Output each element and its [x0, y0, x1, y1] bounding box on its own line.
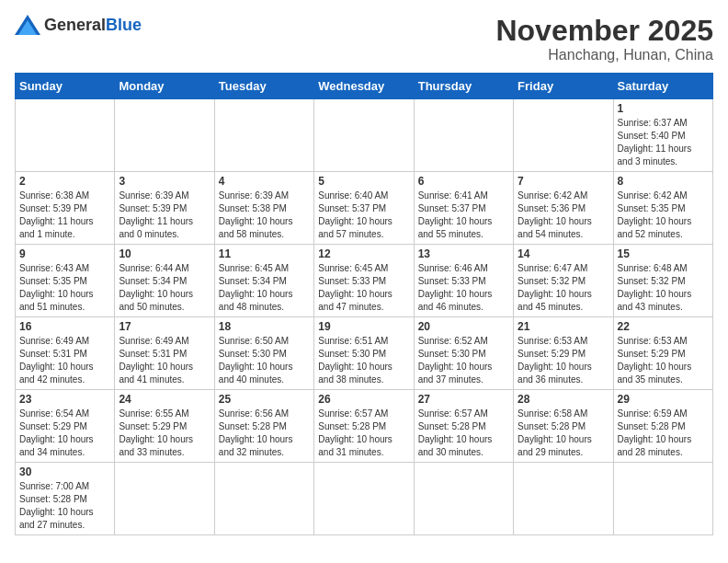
- day-info: Sunrise: 6:50 AM Sunset: 5:30 PM Dayligh…: [219, 335, 310, 386]
- day-number: 4: [219, 175, 310, 188]
- calendar-cell: 15Sunrise: 6:48 AM Sunset: 5:32 PM Dayli…: [613, 245, 712, 317]
- location-title: Hanchang, Hunan, China: [495, 47, 713, 63]
- day-info: Sunrise: 6:54 AM Sunset: 5:29 PM Dayligh…: [19, 408, 110, 459]
- day-number: 10: [119, 247, 210, 260]
- logo-general: General: [44, 16, 106, 34]
- day-number: 12: [318, 247, 409, 260]
- header: GeneralBlue November 2025 Hanchang, Huna…: [15, 15, 713, 63]
- logo-blue: Blue: [106, 16, 142, 34]
- day-info: Sunrise: 6:48 AM Sunset: 5:32 PM Dayligh…: [618, 262, 709, 314]
- week-row-5: 23Sunrise: 6:54 AM Sunset: 5:29 PM Dayli…: [16, 390, 713, 463]
- day-header-friday: Friday: [514, 74, 613, 99]
- day-info: Sunrise: 6:55 AM Sunset: 5:29 PM Dayligh…: [119, 408, 210, 459]
- day-info: Sunrise: 6:57 AM Sunset: 5:28 PM Dayligh…: [418, 408, 509, 459]
- day-number: 20: [418, 320, 509, 333]
- title-area: November 2025 Hanchang, Hunan, China: [495, 15, 713, 63]
- calendar-cell: 9Sunrise: 6:43 AM Sunset: 5:35 PM Daylig…: [16, 245, 115, 317]
- day-info: Sunrise: 6:45 AM Sunset: 5:33 PM Dayligh…: [318, 262, 409, 314]
- day-number: 8: [618, 175, 709, 188]
- day-info: Sunrise: 6:49 AM Sunset: 5:31 PM Dayligh…: [19, 335, 110, 386]
- day-info: Sunrise: 6:43 AM Sunset: 5:35 PM Dayligh…: [19, 262, 110, 314]
- day-info: Sunrise: 6:38 AM Sunset: 5:39 PM Dayligh…: [19, 190, 110, 241]
- day-number: 24: [119, 393, 210, 406]
- day-info: Sunrise: 7:00 AM Sunset: 5:28 PM Dayligh…: [19, 480, 110, 532]
- day-info: Sunrise: 6:45 AM Sunset: 5:34 PM Dayligh…: [219, 262, 310, 314]
- week-row-2: 2Sunrise: 6:38 AM Sunset: 5:39 PM Daylig…: [16, 172, 713, 245]
- calendar-cell: 27Sunrise: 6:57 AM Sunset: 5:28 PM Dayli…: [414, 390, 513, 463]
- day-number: 16: [19, 320, 110, 333]
- day-number: 9: [19, 247, 110, 260]
- day-header-monday: Monday: [115, 74, 214, 99]
- calendar-cell: 19Sunrise: 6:51 AM Sunset: 5:30 PM Dayli…: [314, 317, 414, 390]
- day-number: 5: [318, 175, 409, 188]
- day-number: 23: [19, 393, 110, 406]
- calendar-cell: [414, 463, 513, 535]
- day-header-wednesday: Wednesday: [314, 74, 414, 99]
- day-info: Sunrise: 6:56 AM Sunset: 5:28 PM Dayligh…: [219, 408, 310, 459]
- calendar-cell: 13Sunrise: 6:46 AM Sunset: 5:33 PM Dayli…: [414, 245, 513, 317]
- calendar-cell: [214, 99, 313, 172]
- day-info: Sunrise: 6:41 AM Sunset: 5:37 PM Dayligh…: [418, 190, 509, 241]
- calendar-cell: 24Sunrise: 6:55 AM Sunset: 5:29 PM Dayli…: [115, 390, 214, 463]
- calendar-cell: 7Sunrise: 6:42 AM Sunset: 5:36 PM Daylig…: [514, 172, 613, 245]
- day-info: Sunrise: 6:40 AM Sunset: 5:37 PM Dayligh…: [318, 190, 409, 241]
- day-info: Sunrise: 6:47 AM Sunset: 5:32 PM Dayligh…: [518, 262, 609, 314]
- day-info: Sunrise: 6:46 AM Sunset: 5:33 PM Dayligh…: [418, 262, 509, 314]
- day-header-sunday: Sunday: [16, 74, 115, 99]
- day-number: 30: [19, 465, 110, 478]
- day-number: 18: [219, 320, 310, 333]
- day-number: 15: [618, 247, 709, 260]
- week-row-6: 30Sunrise: 7:00 AM Sunset: 5:28 PM Dayli…: [16, 463, 713, 535]
- day-number: 1: [618, 102, 709, 115]
- calendar-cell: 16Sunrise: 6:49 AM Sunset: 5:31 PM Dayli…: [16, 317, 115, 390]
- calendar-cell: [115, 463, 214, 535]
- week-row-3: 9Sunrise: 6:43 AM Sunset: 5:35 PM Daylig…: [16, 245, 713, 317]
- calendar-cell: 6Sunrise: 6:41 AM Sunset: 5:37 PM Daylig…: [414, 172, 513, 245]
- calendar-cell: 12Sunrise: 6:45 AM Sunset: 5:33 PM Dayli…: [314, 245, 414, 317]
- day-info: Sunrise: 6:37 AM Sunset: 5:40 PM Dayligh…: [618, 117, 709, 168]
- calendar-cell: 5Sunrise: 6:40 AM Sunset: 5:37 PM Daylig…: [314, 172, 414, 245]
- day-number: 11: [219, 247, 310, 260]
- month-title: November 2025: [495, 15, 713, 47]
- day-number: 7: [518, 175, 609, 188]
- calendar-cell: 4Sunrise: 6:39 AM Sunset: 5:38 PM Daylig…: [214, 172, 313, 245]
- day-info: Sunrise: 6:58 AM Sunset: 5:28 PM Dayligh…: [518, 408, 609, 459]
- day-number: 2: [19, 175, 110, 188]
- day-info: Sunrise: 6:59 AM Sunset: 5:28 PM Dayligh…: [618, 408, 709, 459]
- logo-icon: [15, 15, 40, 35]
- calendar-cell: [613, 463, 712, 535]
- day-number: 22: [618, 320, 709, 333]
- calendar-cell: 14Sunrise: 6:47 AM Sunset: 5:32 PM Dayli…: [514, 245, 613, 317]
- day-number: 14: [518, 247, 609, 260]
- day-number: 3: [119, 175, 210, 188]
- day-number: 13: [418, 247, 509, 260]
- calendar-cell: 25Sunrise: 6:56 AM Sunset: 5:28 PM Dayli…: [214, 390, 313, 463]
- calendar-cell: 10Sunrise: 6:44 AM Sunset: 5:34 PM Dayli…: [115, 245, 214, 317]
- day-headers-row: SundayMondayTuesdayWednesdayThursdayFrid…: [16, 74, 713, 99]
- calendar-cell: [514, 463, 613, 535]
- calendar-cell: 3Sunrise: 6:39 AM Sunset: 5:39 PM Daylig…: [115, 172, 214, 245]
- calendar-cell: 20Sunrise: 6:52 AM Sunset: 5:30 PM Dayli…: [414, 317, 513, 390]
- calendar-cell: 28Sunrise: 6:58 AM Sunset: 5:28 PM Dayli…: [514, 390, 613, 463]
- calendar-cell: 1Sunrise: 6:37 AM Sunset: 5:40 PM Daylig…: [613, 99, 712, 172]
- day-info: Sunrise: 6:53 AM Sunset: 5:29 PM Dayligh…: [518, 335, 609, 386]
- logo-text: GeneralBlue: [44, 17, 142, 34]
- day-info: Sunrise: 6:39 AM Sunset: 5:39 PM Dayligh…: [119, 190, 210, 241]
- calendar-cell: 29Sunrise: 6:59 AM Sunset: 5:28 PM Dayli…: [613, 390, 712, 463]
- calendar-cell: 8Sunrise: 6:42 AM Sunset: 5:35 PM Daylig…: [613, 172, 712, 245]
- calendar-cell: 17Sunrise: 6:49 AM Sunset: 5:31 PM Dayli…: [115, 317, 214, 390]
- calendar-cell: [16, 99, 115, 172]
- day-info: Sunrise: 6:44 AM Sunset: 5:34 PM Dayligh…: [119, 262, 210, 314]
- calendar-cell: 21Sunrise: 6:53 AM Sunset: 5:29 PM Dayli…: [514, 317, 613, 390]
- calendar-cell: [514, 99, 613, 172]
- calendar: SundayMondayTuesdayWednesdayThursdayFrid…: [15, 73, 713, 535]
- day-number: 6: [418, 175, 509, 188]
- day-info: Sunrise: 6:52 AM Sunset: 5:30 PM Dayligh…: [418, 335, 509, 386]
- week-row-1: 1Sunrise: 6:37 AM Sunset: 5:40 PM Daylig…: [16, 99, 713, 172]
- calendar-cell: [314, 99, 414, 172]
- calendar-cell: 18Sunrise: 6:50 AM Sunset: 5:30 PM Dayli…: [214, 317, 313, 390]
- day-number: 17: [119, 320, 210, 333]
- day-number: 21: [518, 320, 609, 333]
- calendar-cell: [414, 99, 513, 172]
- day-info: Sunrise: 6:42 AM Sunset: 5:35 PM Dayligh…: [618, 190, 709, 241]
